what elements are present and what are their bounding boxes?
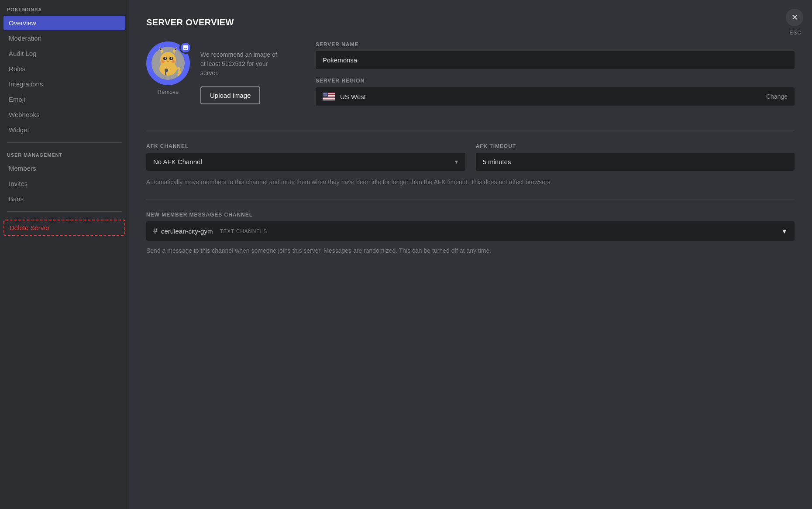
new-member-section: NEW MEMBER MESSAGES CHANNEL # cerulean-c… (146, 212, 795, 255)
close-button[interactable]: ✕ (786, 9, 803, 26)
svg-point-32 (323, 95, 324, 96)
sidebar-item-roles[interactable]: Roles (3, 62, 125, 76)
delete-server-button[interactable]: Delete Server (3, 220, 125, 236)
afk-timeout-label: AFK TIMEOUT (476, 143, 795, 149)
svg-point-9 (165, 58, 166, 59)
svg-point-36 (327, 95, 327, 96)
afk-channel-col: AFK CHANNEL No AFK Channel ▼ (146, 143, 465, 171)
sidebar-item-webhooks[interactable]: Webhooks (3, 107, 125, 122)
server-region-label: SERVER REGION (316, 78, 795, 84)
sidebar-item-members[interactable]: Members (3, 161, 125, 175)
svg-point-28 (323, 94, 324, 95)
sidebar-divider-1 (7, 142, 122, 143)
afk-channel-select[interactable]: No AFK Channel (146, 153, 465, 171)
upload-description: We recommend an image of at least 512x51… (200, 41, 279, 78)
server-name-region-section: SERVER NAME SERVER REGION (316, 41, 795, 106)
upload-icon-overlay[interactable] (179, 41, 192, 54)
svg-point-13 (171, 60, 175, 63)
svg-point-39 (325, 96, 326, 96)
svg-point-26 (326, 93, 327, 94)
us-flag-icon (323, 93, 335, 100)
sidebar-item-integrations[interactable]: Integrations (3, 77, 125, 91)
svg-point-33 (324, 95, 325, 96)
svg-rect-20 (323, 98, 335, 99)
svg-point-40 (326, 96, 327, 96)
section-divider-1 (146, 131, 795, 131)
upload-area: We recommend an image of at least 512x51… (200, 41, 289, 104)
svg-point-27 (327, 93, 327, 94)
region-left: US West (323, 93, 366, 100)
svg-point-31 (326, 94, 327, 95)
new-member-channel-selector[interactable]: # cerulean-city-gym TEXT CHANNELS ▼ (146, 221, 795, 241)
channel-name: cerulean-city-gym (161, 227, 213, 235)
afk-helper-text: Automatically move members to this chann… (146, 178, 795, 187)
svg-point-12 (161, 60, 165, 63)
server-name-input[interactable] (316, 51, 795, 69)
change-region-button[interactable]: Change (766, 93, 788, 100)
server-icon-section: Remove We recommend an image of at least… (146, 41, 289, 104)
page-title: SERVER OVERVIEW (146, 17, 795, 28)
afk-section: AFK CHANNEL No AFK Channel ▼ AFK TIMEOUT… (146, 143, 795, 171)
svg-point-25 (325, 93, 326, 94)
svg-point-35 (326, 95, 327, 96)
sidebar-item-invites[interactable]: Invites (3, 176, 125, 191)
svg-rect-15 (165, 71, 166, 75)
sidebar-divider-2 (7, 211, 122, 212)
sidebar-item-emoji[interactable]: Emoji (3, 92, 125, 107)
afk-timeout-display: 5 minutes (476, 153, 795, 171)
main-content: ✕ ESC SERVER OVERVIEW (129, 0, 812, 509)
sidebar-section-user-management: USER MANAGEMENT (3, 151, 125, 159)
sidebar-item-audit-log[interactable]: Audit Log (3, 46, 125, 61)
upload-image-button[interactable]: Upload Image (200, 86, 260, 104)
sidebar-item-overview[interactable]: Overview (3, 16, 125, 30)
svg-point-11 (167, 61, 169, 62)
afk-timeout-col: AFK TIMEOUT 5 minutes (476, 143, 795, 171)
svg-point-23 (323, 93, 324, 94)
sidebar-item-moderation[interactable]: Moderation (3, 31, 125, 45)
afk-channel-label: AFK CHANNEL (146, 143, 465, 149)
region-name: US West (340, 93, 366, 100)
afk-channel-select-wrapper: No AFK Channel ▼ (146, 153, 465, 171)
svg-point-30 (325, 94, 326, 95)
server-name-label: SERVER NAME (316, 41, 795, 48)
channel-hash-icon: # (153, 227, 158, 236)
camera-icon (182, 45, 189, 51)
sidebar: POKEMONSA Overview Moderation Audit Log … (0, 0, 129, 509)
new-member-messages-label: NEW MEMBER MESSAGES CHANNEL (146, 212, 795, 218)
svg-point-24 (324, 93, 325, 94)
svg-rect-21 (323, 100, 335, 100)
new-member-dropdown-arrow: ▼ (781, 227, 788, 235)
sidebar-item-widget[interactable]: Widget (3, 123, 125, 137)
channel-left: # cerulean-city-gym TEXT CHANNELS (153, 227, 267, 236)
channel-category: TEXT CHANNELS (220, 228, 267, 234)
svg-point-2 (160, 52, 176, 68)
region-selector[interactable]: US West Change (316, 87, 795, 106)
remove-label[interactable]: Remove (158, 89, 179, 95)
svg-point-38 (324, 96, 325, 96)
esc-label: ESC (789, 30, 802, 36)
svg-point-34 (325, 95, 326, 96)
svg-point-29 (324, 94, 325, 95)
svg-point-37 (323, 96, 324, 96)
sidebar-server-name: POKEMONSA (3, 7, 125, 12)
section-divider-2 (146, 199, 795, 199)
svg-point-10 (171, 58, 172, 59)
server-overview-top: Remove We recommend an image of at least… (146, 41, 795, 118)
server-icon-wrapper: Remove (146, 41, 190, 95)
new-member-helper-text: Send a message to this channel when some… (146, 246, 795, 255)
sidebar-item-bans[interactable]: Bans (3, 192, 125, 206)
